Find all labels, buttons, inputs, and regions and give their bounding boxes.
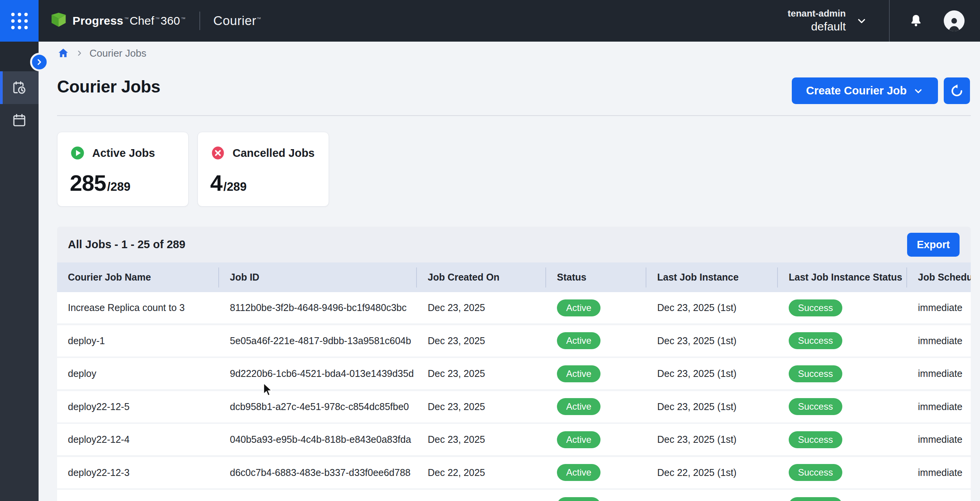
job-id-cell: d6c0c7b4-6883-483e-b337-d33f0ee6d788 xyxy=(219,467,417,478)
user-role-label: tenant-admin xyxy=(788,8,846,19)
cancel-circle-icon xyxy=(210,145,226,161)
table-row[interactable]: deploy22-12-4040b5a93-e95b-4c4b-818b-e84… xyxy=(57,424,971,455)
product-name: Courier™ xyxy=(213,13,261,28)
status-cell: Active xyxy=(546,365,646,382)
active-jobs-label: Active Jobs xyxy=(92,147,155,160)
status-cell: Active xyxy=(546,431,646,448)
table-row[interactable]: deploy-15e05a46f-221e-4817-9dbb-13a9581c… xyxy=(57,325,971,356)
breadcrumb-separator-icon xyxy=(76,49,83,57)
last-instance-status-cell: Success xyxy=(778,365,907,382)
column-header-status: Status xyxy=(546,272,646,283)
last-instance-cell: Dec 23, 2025 (1st) xyxy=(646,401,778,412)
play-circle-icon xyxy=(70,145,85,161)
last-instance-status-cell: Success xyxy=(778,332,907,349)
job-name-cell: deploy-1 xyxy=(57,335,219,346)
cancelled-jobs-label: Cancelled Jobs xyxy=(233,147,315,160)
breadcrumb-current: Courier Jobs xyxy=(89,47,146,59)
sidebar-item-courier-jobs[interactable] xyxy=(0,71,39,104)
column-header-job-schedule: Job Schedule xyxy=(907,272,971,283)
calendar-clock-icon xyxy=(11,80,27,96)
create-courier-job-button[interactable]: Create Courier Job xyxy=(792,77,938,104)
sidebar-toggle-button[interactable] xyxy=(30,53,49,71)
last-instance-cell: Dec 23, 2025 (1st) xyxy=(646,335,778,346)
column-header-job-id: Job ID xyxy=(219,272,417,283)
chevron-right-icon xyxy=(35,57,44,67)
status-badge: Active xyxy=(557,365,600,382)
job-created-cell: Dec 23, 2025 xyxy=(417,302,546,313)
job-id-cell: 9d2220b6-1cb6-4521-bda4-013e1439d35d xyxy=(219,368,417,379)
create-courier-job-label: Create Courier Job xyxy=(806,84,907,97)
table-header: Courier Job NameJob IDJob Created OnStat… xyxy=(57,262,971,292)
avatar[interactable] xyxy=(944,10,965,31)
column-header-job-created-on: Job Created On xyxy=(417,272,546,283)
title-divider xyxy=(57,115,971,116)
job-id-cell: dcb958b1-a27c-4e51-978c-c854dc85fbe0 xyxy=(219,401,417,412)
job-created-cell: Dec 22, 2025 xyxy=(417,467,546,478)
last-instance-status-cell: Success xyxy=(778,464,907,481)
status-badge: Active xyxy=(557,497,600,501)
export-button-label: Export xyxy=(917,239,950,251)
status-badge: Active xyxy=(557,332,600,349)
courier-jobs-table: Courier Job NameJob IDJob Created OnStat… xyxy=(57,262,971,501)
calendar-icon xyxy=(11,113,27,129)
table-row[interactable]: ActiveSuccess xyxy=(57,490,971,501)
job-created-cell: Dec 23, 2025 xyxy=(417,368,546,379)
last-instance-status-badge: Success xyxy=(789,398,842,415)
column-header-courier-job-name: Courier Job Name xyxy=(57,272,219,283)
topbar-divider xyxy=(199,12,200,30)
status-badge: Active xyxy=(557,431,600,448)
table-row[interactable]: deploy22-12-5dcb958b1-a27c-4e51-978c-c85… xyxy=(57,391,971,422)
status-cell: Active xyxy=(546,398,646,415)
job-schedule-cell: immediate xyxy=(907,401,971,412)
job-schedule-cell: immediate xyxy=(907,434,971,445)
last-instance-status-badge: Success xyxy=(789,365,842,382)
column-header-last-job-instance-status: Last Job Instance Status xyxy=(778,272,907,283)
cancelled-jobs-total: /289 xyxy=(223,180,246,194)
cancelled-jobs-value: 4 xyxy=(210,170,222,196)
job-id-cell: 8112b0be-3f2b-4648-9496-bc1f9480c3bc xyxy=(219,302,417,313)
job-created-cell: Dec 23, 2025 xyxy=(417,434,546,445)
app-launcher-button[interactable] xyxy=(0,0,39,42)
last-instance-cell: Dec 23, 2025 (1st) xyxy=(646,302,778,313)
notifications-button[interactable] xyxy=(908,13,924,29)
last-instance-status-cell: Success xyxy=(778,497,907,501)
refresh-icon xyxy=(950,84,964,98)
tenant-label: default xyxy=(811,19,846,34)
last-instance-status-cell: Success xyxy=(778,398,907,415)
last-instance-status-badge: Success xyxy=(789,332,842,349)
last-instance-status-cell: Success xyxy=(778,431,907,448)
chevron-down-icon xyxy=(856,15,867,27)
job-name-cell: deploy22-12-4 xyxy=(57,434,219,445)
table-row[interactable]: deploy22-12-3d6c0c7b4-6883-483e-b337-d33… xyxy=(57,457,971,488)
refresh-button[interactable] xyxy=(944,77,970,104)
last-instance-status-badge: Success xyxy=(789,464,842,481)
grid-icon xyxy=(11,13,28,29)
last-instance-status-badge: Success xyxy=(789,299,842,316)
active-jobs-card: Active Jobs 285 /289 xyxy=(57,132,189,207)
job-id-cell: 040b5a93-e95b-4c4b-818b-e843e0a83fda xyxy=(219,434,417,445)
page-title: Courier Jobs xyxy=(57,77,160,96)
list-title: All Jobs - 1 - 25 of 289 xyxy=(68,238,186,251)
job-schedule-cell: immediate xyxy=(907,467,971,478)
last-instance-cell: Dec 22, 2025 (1st) xyxy=(646,467,778,478)
job-name-cell: deploy xyxy=(57,368,219,379)
status-cell: Active xyxy=(546,332,646,349)
tenant-switcher[interactable]: tenant-admin default xyxy=(788,8,867,34)
table-row[interactable]: Increase Replica count to 38112b0be-3f2b… xyxy=(57,292,971,323)
table-row[interactable]: deploy9d2220b6-1cb6-4521-bda4-013e1439d3… xyxy=(57,358,971,389)
status-badge: Active xyxy=(557,398,600,415)
last-instance-status-badge: Success xyxy=(789,431,842,448)
table-body: Increase Replica count to 38112b0be-3f2b… xyxy=(57,292,971,501)
last-instance-cell: Dec 23, 2025 (1st) xyxy=(646,368,778,379)
cancelled-jobs-card: Cancelled Jobs 4 /289 xyxy=(197,132,329,207)
export-button[interactable]: Export xyxy=(907,233,960,257)
home-icon[interactable] xyxy=(57,47,69,59)
breadcrumb: Courier Jobs xyxy=(57,47,146,59)
progress-logo-icon xyxy=(50,12,67,30)
status-cell: Active xyxy=(546,464,646,481)
job-name-cell: deploy22-12-3 xyxy=(57,467,219,478)
sidebar xyxy=(0,42,39,501)
status-cell: Active xyxy=(546,299,646,316)
sidebar-item-schedules[interactable] xyxy=(0,104,39,137)
user-icon xyxy=(946,16,963,31)
